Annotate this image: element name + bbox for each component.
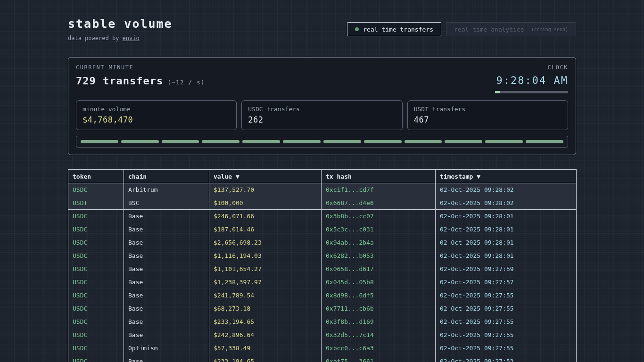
table-row: USDCBase$233,194.650xbf75...366102-Oct-2… — [68, 355, 577, 362]
cell-timestamp: 02-Oct-2025 09:28:01 — [436, 210, 577, 223]
cell-chain: Base — [124, 315, 209, 329]
cell-tx-hash[interactable]: 0x7711...cb6b — [322, 302, 436, 315]
cell-value: $1,238,397.97 — [209, 276, 322, 289]
envio-link[interactable]: envio — [123, 35, 140, 41]
cell-chain: Base — [124, 329, 209, 342]
cell-tx-hash[interactable]: 0x94ab...2b4a — [322, 236, 436, 249]
cell-tx-hash[interactable]: 0x5c3c...c031 — [322, 223, 436, 236]
transfers-count-line: 729 transfers (~12 / s) — [76, 75, 205, 87]
usdt-transfers-value: 467 — [414, 115, 561, 124]
cell-tx-hash[interactable]: 0x045d...05b8 — [322, 276, 436, 289]
table-row: USDCBase$1,238,397.970x045d...05b802-Oct… — [68, 276, 577, 289]
table-row: USDCArbitrum$137,527.700xc1f1...cd7f02-O… — [68, 183, 577, 197]
cell-timestamp: 02-Oct-2025 09:27:59 — [436, 263, 577, 276]
cell-tx-hash[interactable]: 0x0658...d617 — [322, 263, 436, 276]
table-row: USDCOptimism$57,338.490xbcc0...c6a302-Oc… — [68, 342, 577, 355]
page-container: stable volume data powered by envio real… — [68, 0, 576, 362]
subtitle-prefix: data powered by — [68, 35, 123, 41]
minute-segment — [242, 140, 280, 143]
cell-token: USDC — [68, 315, 124, 329]
clock-time: 9:28:04 AM — [495, 74, 568, 86]
cell-token: USDC — [68, 210, 124, 223]
cell-timestamp: 02-Oct-2025 09:27:55 — [436, 329, 577, 342]
header-chain: chain — [124, 170, 209, 183]
cell-token: USDC — [68, 329, 124, 342]
transfers-tbody: USDCArbitrum$137,527.700xc1f1...cd7f02-O… — [68, 183, 577, 362]
cell-timestamp: 02-Oct-2025 09:27:55 — [436, 342, 577, 355]
minute-segment — [162, 140, 199, 143]
header-token: token — [68, 170, 124, 183]
minute-segment — [283, 140, 321, 143]
cell-token: USDT — [68, 197, 124, 210]
table-row: USDCBase$1,116,194.030x6282...b05302-Oct… — [68, 249, 577, 263]
cell-value: $137,527.70 — [209, 183, 322, 197]
cell-timestamp: 02-Oct-2025 09:27:57 — [436, 276, 577, 289]
cell-token: USDC — [68, 183, 124, 197]
topbar: stable volume data powered by envio real… — [68, 0, 576, 41]
cell-value: $233,194.65 — [209, 355, 322, 362]
transfers-table: token chain value ▼ tx hash timestamp ▼ … — [68, 169, 577, 362]
usdt-transfers-label: USDT transfers — [414, 106, 561, 113]
cell-timestamp: 02-Oct-2025 09:28:01 — [436, 236, 577, 249]
cell-tx-hash[interactable]: 0xc1f1...cd7f — [322, 183, 436, 197]
table-row: USDCBase$233,194.650x3f8b...d16902-Oct-2… — [68, 315, 577, 329]
cell-timestamp: 02-Oct-2025 09:28:02 — [436, 197, 577, 210]
cell-token: USDC — [68, 263, 124, 276]
minute-segment — [121, 140, 159, 143]
minute-volume-card: minute volume $4,768,470 — [76, 100, 237, 130]
cell-tx-hash[interactable]: 0x6282...b053 — [322, 249, 436, 263]
view-tabs: real-time transfers real-time analytics … — [347, 22, 576, 36]
minute-volume-label: minute volume — [83, 106, 230, 113]
minute-segment — [364, 140, 402, 143]
cell-value: $241,789.54 — [209, 289, 322, 302]
cell-value: $2,656,698.23 — [209, 236, 322, 249]
cell-timestamp: 02-Oct-2025 09:27:55 — [436, 289, 577, 302]
cell-chain: Optimism — [124, 342, 209, 355]
header-value-sort[interactable]: value ▼ — [209, 170, 322, 183]
cell-token: USDC — [68, 236, 124, 249]
cell-value: $1,116,194.03 — [209, 249, 322, 263]
usdc-transfers-card: USDC transfers 262 — [241, 100, 402, 130]
cell-value: $68,273.18 — [209, 302, 322, 315]
minute-segment — [485, 140, 523, 143]
table-row: USDCBase$246,071.660x3b8b...cc0702-Oct-2… — [68, 210, 577, 223]
cell-timestamp: 02-Oct-2025 09:27:53 — [436, 355, 577, 362]
minute-segment — [405, 140, 442, 143]
page-title: stable volume — [68, 17, 173, 31]
usdc-transfers-value: 262 — [248, 115, 396, 124]
table-row: USDCBase$187,014.460x5c3c...c03102-Oct-2… — [68, 223, 577, 236]
table-row: USDCBase$68,273.180x7711...cb6b02-Oct-20… — [68, 302, 577, 315]
minute-segment — [202, 140, 239, 143]
minute-volume-value: $4,768,470 — [83, 115, 230, 124]
header-timestamp-sort[interactable]: timestamp ▼ — [436, 170, 577, 183]
usdt-transfers-card: USDT transfers 467 — [407, 100, 568, 130]
cell-tx-hash[interactable]: 0xbcc0...c6a3 — [322, 342, 436, 355]
table-row: USDCBase$241,789.540x8d98...6df502-Oct-2… — [68, 289, 577, 302]
tab-realtime-analytics[interactable]: real-time analytics (coming soon) — [446, 22, 576, 36]
cell-chain: BSC — [124, 197, 209, 210]
transfers-count: 729 transfers — [76, 75, 163, 87]
cell-tx-hash[interactable]: 0xbf75...3661 — [322, 355, 436, 362]
cell-token: USDC — [68, 223, 124, 236]
cell-chain: Base — [124, 302, 209, 315]
transfers-table-section: token chain value ▼ tx hash timestamp ▼ … — [68, 169, 576, 362]
cell-chain: Base — [124, 289, 209, 302]
clock-block: CLOCK 9:28:04 AM — [495, 64, 568, 93]
tab-analytics-label: real-time analytics — [454, 26, 524, 33]
cell-tx-hash[interactable]: 0x8d98...6df5 — [322, 289, 436, 302]
cell-value: $242,896.64 — [209, 329, 322, 342]
cell-tx-hash[interactable]: 0x6687...d4e6 — [322, 197, 436, 210]
cell-timestamp: 02-Oct-2025 09:27:55 — [436, 315, 577, 329]
cell-chain: Base — [124, 236, 209, 249]
cell-tx-hash[interactable]: 0x3b8b...cc07 — [322, 210, 436, 223]
tab-realtime-transfers[interactable]: real-time transfers — [347, 22, 441, 36]
table-row: USDCBase$242,896.640x32d5...7c1402-Oct-2… — [68, 329, 577, 342]
cell-chain: Base — [124, 249, 209, 263]
table-row: USDCBase$1,101,654.270x0658...d61702-Oct… — [68, 263, 577, 276]
cell-tx-hash[interactable]: 0x32d5...7c14 — [322, 329, 436, 342]
minute-segment — [323, 140, 361, 143]
stat-subcards: minute volume $4,768,470 USDC transfers … — [76, 100, 568, 130]
cell-timestamp: 02-Oct-2025 09:28:02 — [436, 183, 577, 197]
cell-tx-hash[interactable]: 0x3f8b...d169 — [322, 315, 436, 329]
cell-value: $100,000 — [209, 197, 322, 210]
